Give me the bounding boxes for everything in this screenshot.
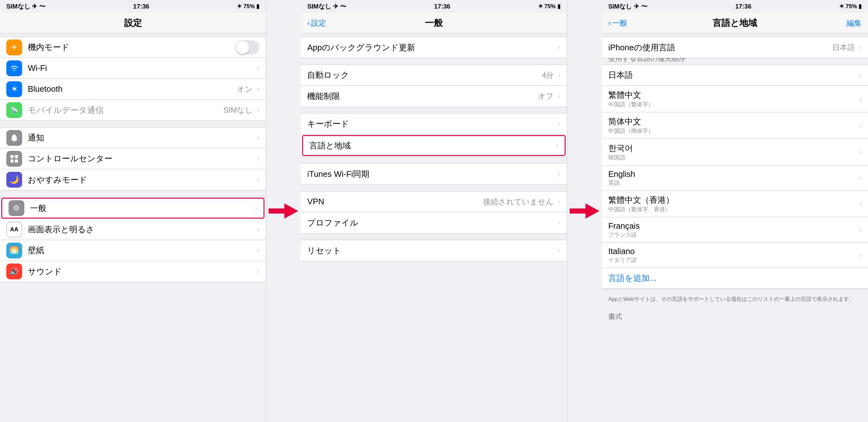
add-language-label: 言語を追加...	[608, 273, 862, 284]
section-iphone-lang: iPhoneの使用言語 日本語 ›	[602, 37, 868, 58]
lang-sub-ko: 韓国語	[608, 154, 862, 161]
chevron-sound: ›	[257, 267, 259, 276]
lang-item-fr[interactable]: Français フランス語 ›	[602, 217, 868, 243]
lang-main-en: English	[608, 169, 862, 179]
cell-label-wallpaper: 壁紙	[28, 245, 256, 256]
cell-label-autolock: 自動ロック	[307, 69, 541, 81]
cell-display[interactable]: AA 画面表示と明るさ ›	[0, 219, 266, 240]
general-panel: SIMなし ✈ 〜 17:36 ✶ 75% ▮ ‹ 設定 一般 Appのバックグ…	[301, 0, 567, 422]
lang-sub-zh-hant: 中国語（繁体字）	[608, 101, 862, 108]
svg-rect-3	[10, 160, 13, 163]
status-time-1: 17:36	[133, 3, 149, 10]
cell-vpn[interactable]: VPN 接続されていません ›	[301, 191, 566, 212]
cell-autolock[interactable]: 自動ロック 4分 ›	[301, 65, 566, 86]
section-connectivity: ✈ 機内モード Wi-Fi › ✶ Bluetooth オン ›	[0, 37, 266, 121]
cell-value-iphone-lang: 日本語	[832, 43, 855, 53]
cell-restrictions[interactable]: 機能制限 オフ ›	[301, 86, 566, 107]
cell-bg-refresh[interactable]: Appのバックグラウンド更新 ›	[301, 37, 566, 58]
back-label-3: 一般	[612, 18, 627, 28]
lang-chevron-fr: ›	[860, 226, 862, 234]
priority-header-container: 使用する言語の優先順序	[602, 58, 868, 64]
lang-chevron-zh-hans: ›	[860, 121, 862, 130]
svg-rect-2	[15, 155, 18, 158]
airplane-toggle[interactable]	[236, 40, 259, 55]
arrow-1-shaft	[269, 208, 284, 214]
cell-label-display: 画面表示と明るさ	[28, 224, 256, 235]
cell-label-airplane: 機内モード	[28, 42, 232, 53]
lang-sub-zh-hans: 中国語（簡体字）	[608, 127, 862, 135]
format-header: 書式	[602, 309, 868, 323]
cell-wifi[interactable]: Wi-Fi ›	[0, 58, 266, 79]
cell-keyboard[interactable]: キーボード ›	[301, 114, 566, 135]
arrow-2-container	[567, 0, 602, 422]
section-keyboard-lang: キーボード › 言語と地域 ›	[301, 113, 566, 157]
cell-label-mobile: モバイルデータ通信	[28, 105, 223, 116]
wifi-icon	[6, 60, 22, 76]
control-icon	[6, 151, 22, 167]
chevron-lang-region: ›	[556, 141, 558, 150]
cell-label-restrictions: 機能制限	[307, 91, 538, 102]
cell-label-itunes: iTunes Wi-Fi同期	[307, 169, 557, 180]
cell-profile[interactable]: プロファイル ›	[301, 212, 566, 233]
status-time-2: 17:36	[434, 3, 450, 10]
lang-sub-it: イタリア語	[608, 256, 862, 264]
lang-item-it[interactable]: Italiano イタリア語 ›	[602, 243, 868, 268]
lang-main-ja: 日本語	[608, 69, 862, 81]
chevron-profile: ›	[558, 219, 560, 227]
cell-mobile[interactable]: 📡 モバイルデータ通信 SIMなし ›	[0, 100, 266, 120]
donotdisturb-icon: 🌙	[6, 172, 22, 188]
cell-sound[interactable]: 🔊 サウンド ›	[0, 261, 266, 282]
back-button-3[interactable]: ‹ 一般	[608, 18, 627, 28]
section-format-header-bg: 書式	[602, 309, 868, 323]
chevron-vpn: ›	[558, 198, 560, 206]
svg-rect-1	[10, 155, 13, 158]
lang-item-ko[interactable]: 한국어 韓国語 ›	[602, 139, 868, 165]
lang-region-panel: SIMなし ✈ 〜 17:36 ✶ 75% ▮ ‹ 一般 言語と地域 編集 iP…	[602, 0, 868, 422]
edit-button[interactable]: 編集	[846, 18, 862, 28]
chevron-reset: ›	[558, 247, 560, 255]
notification-icon	[6, 130, 22, 146]
nav-title-2: 一般	[425, 17, 443, 29]
cell-reset[interactable]: リセット ›	[301, 240, 566, 261]
cell-notification[interactable]: 通知 ›	[0, 128, 266, 148]
lang-main-ko: 한국어	[608, 143, 862, 154]
airplane-icon: ✈	[6, 39, 22, 55]
svg-rect-0	[13, 140, 15, 142]
cell-itunes[interactable]: iTunes Wi-Fi同期 ›	[301, 164, 566, 185]
section-notifications: 通知 › コントロールセンター › 🌙 おやすみモード ›	[0, 127, 266, 191]
add-language-cell[interactable]: 言語を追加...	[602, 268, 868, 289]
lang-item-zh-hant[interactable]: 繁體中文 中国語（繁体字） ›	[602, 86, 868, 112]
status-left-3: SIMなし ✈ 〜	[608, 2, 647, 11]
cell-wallpaper[interactable]: 🌅 壁紙 ›	[0, 240, 266, 261]
lang-main-zh-hant: 繁體中文	[608, 89, 862, 101]
status-bar-3: SIMなし ✈ 〜 17:36 ✶ 75% ▮	[602, 0, 868, 13]
cell-lang-region[interactable]: 言語と地域 ›	[302, 135, 565, 156]
cell-label-reset: リセット	[307, 245, 557, 256]
status-left-2: SIMなし ✈ 〜	[307, 2, 346, 11]
nav-bar-3: ‹ 一般 言語と地域 編集	[602, 13, 868, 33]
back-button-2[interactable]: ‹ 設定	[307, 18, 326, 28]
cell-label-bluetooth: Bluetooth	[28, 84, 237, 94]
lang-item-ja[interactable]: 日本語 ›	[602, 65, 868, 86]
back-label-2: 設定	[311, 18, 326, 28]
cell-bluetooth[interactable]: ✶ Bluetooth オン ›	[0, 79, 266, 100]
section-vpn-profile: VPN 接続されていません › プロファイル ›	[301, 191, 566, 233]
cell-iphone-lang[interactable]: iPhoneの使用言語 日本語 ›	[602, 37, 868, 58]
lang-item-zh-hans[interactable]: 简体中文 中国語（簡体字） ›	[602, 112, 868, 139]
status-right-1: ✶ 75% ▮	[237, 3, 259, 10]
status-left-1: SIMなし ✈ 〜	[6, 2, 45, 11]
lang-chevron-ko: ›	[860, 148, 862, 156]
sim-status-1: SIMなし ✈ 〜	[6, 2, 45, 11]
bluetooth-icon: ✶	[6, 81, 22, 97]
cell-label-vpn: VPN	[307, 197, 483, 206]
cell-donotdisturb[interactable]: 🌙 おやすみモード ›	[0, 169, 266, 190]
cell-general[interactable]: ⚙ 一般 ›	[1, 198, 265, 219]
lang-item-en[interactable]: English 英語 ›	[602, 165, 868, 191]
chevron-mobile: ›	[257, 106, 259, 114]
cell-value-mobile: SIMなし	[223, 105, 253, 115]
section-bg-refresh: Appのバックグラウンド更新 ›	[301, 37, 566, 58]
cell-airplane[interactable]: ✈ 機内モード	[0, 37, 266, 58]
cell-control[interactable]: コントロールセンター ›	[0, 148, 266, 169]
lang-item-zh-hant-hk[interactable]: 繁體中文（香港） 中国語（繁体字、香港） ›	[602, 191, 868, 217]
cell-value-restrictions: オフ	[538, 91, 554, 101]
